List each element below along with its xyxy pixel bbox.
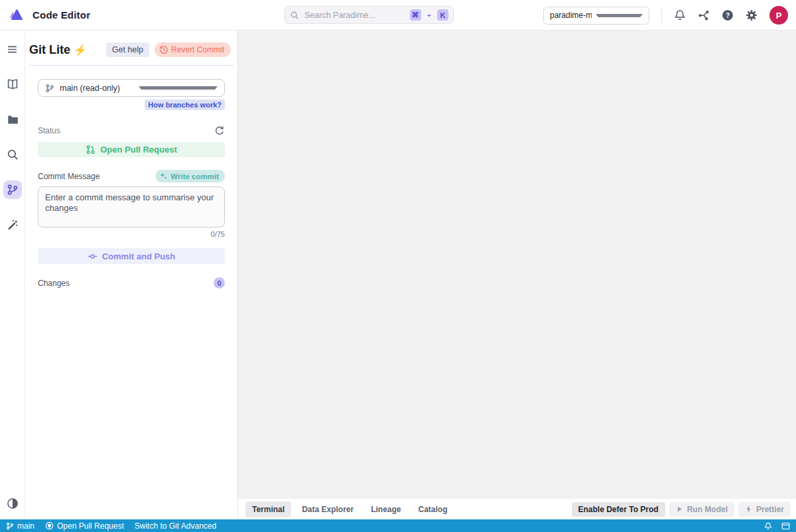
topbar-divider xyxy=(661,8,662,23)
brand: Code Editor xyxy=(8,8,90,23)
top-bar: Code Editor Search Paradime... ⌘ + K par… xyxy=(0,0,796,31)
git-branch-icon xyxy=(45,84,54,93)
run-model-button[interactable]: Run Model xyxy=(669,502,734,517)
commit-and-push-button[interactable]: Commit and Push xyxy=(38,248,225,264)
theme-contrast-icon[interactable] xyxy=(3,494,22,513)
write-commit-ai-button[interactable]: Write commit xyxy=(155,170,225,182)
tab-lineage[interactable]: Lineage xyxy=(364,501,407,517)
git-commit-icon xyxy=(88,251,98,261)
revert-commit-button[interactable]: Revert Commit xyxy=(155,42,231,57)
changes-label: Changes xyxy=(38,279,70,288)
bottom-tab-bar: Terminal Data Explorer Lineage Catalog E… xyxy=(238,499,796,519)
search-placeholder: Search Paradime... xyxy=(304,11,405,20)
panel-title: Git Lite ⚡ xyxy=(29,43,87,57)
magic-wand-icon[interactable] xyxy=(3,216,22,234)
plus-separator: + xyxy=(427,11,431,19)
get-help-button[interactable]: Get help xyxy=(106,42,149,57)
branch-selector-dropdown[interactable]: main (read-only) xyxy=(38,79,225,97)
sparkles-icon xyxy=(159,172,168,180)
project-selector-value: paradime-movie-ch... xyxy=(550,11,592,20)
statusbar-bell-icon[interactable] xyxy=(764,522,772,530)
statusbar-panel-layout-icon[interactable] xyxy=(781,522,790,530)
tab-data-explorer[interactable]: Data Explorer xyxy=(295,501,360,517)
k-key-badge: K xyxy=(437,9,448,21)
editor-empty-area xyxy=(238,31,796,499)
statusbar-switch-to-git-advanced[interactable]: Switch to Git Advanced xyxy=(135,521,216,531)
global-search-input[interactable]: Search Paradime... ⌘ + K xyxy=(285,6,454,24)
gear-icon[interactable] xyxy=(746,9,758,21)
status-bar: main Open Pull Request Switch to Git Adv… xyxy=(0,519,796,532)
files-folder-icon[interactable] xyxy=(3,110,22,129)
lightning-bolt-icon xyxy=(745,505,752,513)
svg-text:?: ? xyxy=(726,12,730,19)
prettier-button[interactable]: Prettier xyxy=(738,502,791,517)
git-branch-icon xyxy=(6,522,14,530)
open-pull-request-button[interactable]: Open Pull Request xyxy=(38,142,225,157)
enable-defer-to-prod-button[interactable]: Enable Defer To Prod xyxy=(572,502,665,517)
app-title: Code Editor xyxy=(33,9,90,21)
pull-request-icon xyxy=(86,145,96,155)
revert-history-icon xyxy=(159,45,168,54)
tab-catalog[interactable]: Catalog xyxy=(412,501,454,517)
how-branches-work-link[interactable]: How branches work? xyxy=(145,100,225,110)
notifications-bell-icon[interactable] xyxy=(674,9,686,21)
chevron-down-icon xyxy=(596,14,643,17)
play-icon xyxy=(676,505,683,513)
lightning-emoji: ⚡ xyxy=(74,44,87,56)
cmd-key-badge: ⌘ xyxy=(410,9,421,21)
help-icon[interactable]: ? xyxy=(722,9,734,21)
search-icon xyxy=(290,11,299,20)
char-counter: 0/75 xyxy=(211,230,225,238)
chevron-down-icon xyxy=(139,86,218,90)
commit-message-input[interactable] xyxy=(38,186,225,228)
refresh-icon[interactable] xyxy=(214,125,225,136)
user-avatar[interactable]: P xyxy=(769,6,788,25)
branch-selector-value: main (read-only) xyxy=(60,84,133,93)
paradime-logo xyxy=(8,8,24,23)
git-sidebar-icon[interactable] xyxy=(3,180,22,199)
lineage-network-icon[interactable] xyxy=(698,9,710,21)
changes-count-badge: 0 xyxy=(214,277,225,289)
search-sidebar-icon[interactable] xyxy=(3,145,22,164)
git-lite-panel: Git Lite ⚡ Get help Revert Commit xyxy=(25,31,238,519)
project-selector-dropdown[interactable]: paradime-movie-ch... xyxy=(543,7,649,25)
tab-terminal[interactable]: Terminal xyxy=(245,501,291,517)
statusbar-open-pull-request[interactable]: Open Pull Request xyxy=(45,521,124,531)
menu-icon[interactable] xyxy=(3,40,22,58)
github-icon xyxy=(45,521,54,530)
status-label: Status xyxy=(38,126,60,135)
commit-message-label: Commit Message xyxy=(38,172,100,181)
docs-book-icon[interactable] xyxy=(3,75,22,94)
statusbar-branch[interactable]: main xyxy=(6,521,34,531)
icon-rail xyxy=(0,31,25,519)
